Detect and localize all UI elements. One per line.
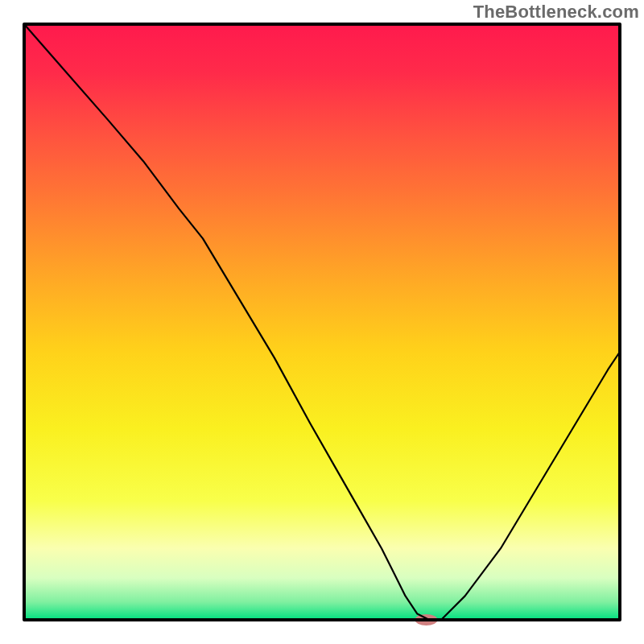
chart-container: TheBottleneck.com xyxy=(0,0,644,644)
watermark-text: TheBottleneck.com xyxy=(473,2,639,23)
bottleneck-chart xyxy=(0,0,644,644)
